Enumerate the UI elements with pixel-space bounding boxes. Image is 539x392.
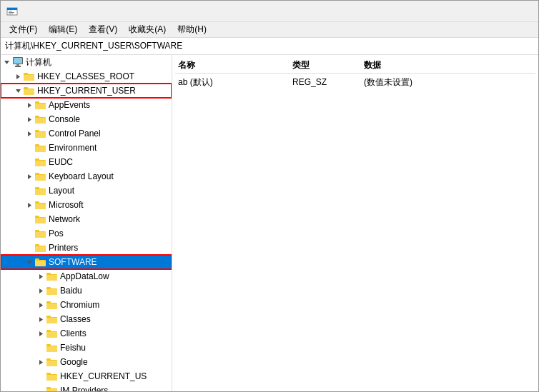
expander-control_panel[interactable] [24, 128, 35, 139]
tree-item-im_providers[interactable]: IM Providers [1, 383, 172, 391]
title-bar-controls [431, 3, 533, 20]
tree-item-hkey_current_user[interactable]: HKEY_CURRENT_USER [1, 84, 172, 98]
tree-item-google[interactable]: Google [1, 355, 172, 369]
tree-label-google: Google [60, 357, 88, 367]
expander-microsoft[interactable] [24, 199, 35, 211]
svg-rect-81 [46, 344, 51, 346]
expander-hkey_current_user[interactable] [12, 85, 24, 96]
svg-rect-49 [35, 218, 46, 223]
col-header-name: 名称 [178, 59, 292, 71]
tree-item-hkey_classes_root[interactable]: HKEY_CLASSES_ROOT [1, 69, 172, 84]
tree-label-microsoft: Microsoft [49, 200, 84, 210]
expander-apptvents[interactable] [24, 99, 35, 111]
tree-item-printers[interactable]: Printers [1, 241, 172, 255]
minimize-button[interactable] [431, 3, 464, 20]
tree-label-classes: Classes [60, 314, 91, 324]
svg-marker-14 [16, 89, 21, 93]
svg-rect-21 [35, 104, 46, 109]
expander-classes[interactable] [35, 313, 46, 325]
tree-label-control_panel: Control Panel [49, 129, 101, 139]
menu-item-f[interactable]: 文件(F) [4, 22, 43, 37]
svg-marker-56 [27, 261, 32, 264]
svg-rect-54 [35, 244, 39, 246]
menu-item-v[interactable]: 查看(V) [83, 22, 123, 37]
address-bar: 计算机\HKEY_CURRENT_USER\SOFTWARE [1, 38, 538, 55]
expander-console[interactable] [24, 114, 35, 125]
svg-rect-66 [46, 287, 51, 289]
detail-row[interactable]: ab (默认) REG_SZ (数值未设置) [175, 75, 535, 89]
tree-item-software[interactable]: SOFTWARE [1, 255, 172, 269]
detail-pane[interactable]: 名称 类型 数据 ab (默认) REG_SZ (数值未设置) [172, 55, 538, 391]
address-text: 计算机\HKEY_CURRENT_USER\SOFTWARE [5, 40, 182, 52]
tree-item-network[interactable]: Network [1, 212, 172, 226]
svg-rect-91 [46, 387, 51, 389]
svg-rect-59 [35, 261, 46, 266]
svg-marker-36 [28, 174, 31, 179]
tree-item-control_panel[interactable]: Control Panel [1, 126, 172, 141]
svg-marker-5 [4, 61, 9, 64]
tree-label-hkey_current_user: HKEY_CURRENT_USER [37, 86, 136, 96]
svg-rect-85 [46, 358, 51, 361]
tree-label-clients: Clients [60, 328, 86, 338]
expander-keyboard_layout[interactable] [24, 171, 35, 182]
svg-marker-83 [39, 360, 43, 365]
svg-rect-67 [46, 289, 57, 295]
svg-rect-78 [46, 330, 51, 332]
expander-chromium[interactable] [35, 299, 46, 311]
expander-baidu[interactable] [35, 285, 46, 296]
close-button[interactable] [500, 3, 533, 20]
svg-rect-16 [24, 87, 28, 89]
tree-label-hkey_classes_root: HKEY_CLASSES_ROOT [37, 71, 134, 81]
svg-rect-35 [35, 161, 46, 166]
tree-item-classes[interactable]: Classes [1, 312, 172, 326]
menu-bar: 文件(F)编辑(E)查看(V)收藏夹(A)帮助(H) [1, 22, 538, 38]
col-header-data: 数据 [364, 59, 533, 71]
svg-rect-55 [35, 246, 46, 252]
tree-item-computer[interactable]: 计算机 [1, 55, 172, 69]
tree-item-feishu[interactable]: Feishu [1, 341, 172, 355]
expander-computer[interactable] [1, 56, 12, 68]
svg-rect-51 [35, 230, 39, 232]
svg-marker-26 [28, 131, 31, 136]
tree-item-hkey_current_us[interactable]: HKEY_CURRENT_US [1, 369, 172, 383]
expander-clients[interactable] [35, 328, 46, 339]
tree-item-apptvents[interactable]: AppEvents [1, 98, 172, 112]
tree-item-console[interactable]: Console [1, 112, 172, 126]
tree-item-microsoft[interactable]: Microsoft [1, 198, 172, 212]
tree-label-environment: Environment [49, 143, 97, 153]
tree-item-chromium[interactable]: Chromium [1, 298, 172, 312]
tree-pane[interactable]: 计算机HKEY_CLASSES_ROOTHKEY_CURRENT_USERApp… [1, 55, 172, 391]
menu-item-e[interactable]: 编辑(E) [43, 22, 83, 37]
tree-item-eudc[interactable]: EUDC [1, 155, 172, 169]
svg-rect-12 [24, 73, 28, 75]
svg-rect-58 [35, 258, 39, 261]
svg-marker-72 [39, 317, 43, 322]
title-bar-left [6, 6, 22, 17]
tree-label-pos: Pos [49, 228, 64, 238]
maximize-button[interactable] [465, 3, 498, 20]
expander-hkey_classes_root[interactable] [12, 71, 24, 82]
tree-item-pos[interactable]: Pos [1, 226, 172, 241]
tree-label-appdatalow: AppDataLow [60, 271, 109, 281]
svg-rect-52 [35, 232, 46, 238]
svg-rect-48 [35, 216, 39, 218]
expander-software[interactable] [24, 256, 35, 268]
tree-item-clients[interactable]: Clients [1, 326, 172, 341]
tree-item-layout[interactable]: Layout [1, 184, 172, 198]
expander-appdatalow[interactable] [35, 271, 46, 282]
tree-item-keyboard_layout[interactable]: Keyboard Layout [1, 169, 172, 184]
tree-item-appdatalow[interactable]: AppDataLow [1, 269, 172, 283]
tree-item-environment[interactable]: Environment [1, 141, 172, 155]
svg-rect-9 [15, 66, 21, 67]
tree-item-baidu[interactable]: Baidu [1, 283, 172, 298]
tree-label-hkey_current_us: HKEY_CURRENT_US [60, 371, 147, 381]
tree-label-network: Network [49, 214, 80, 224]
tree-label-apptvents: AppEvents [49, 100, 90, 110]
tree-label-keyboard_layout: Keyboard Layout [49, 171, 114, 181]
menu-item-h[interactable]: 帮助(H) [172, 22, 212, 37]
detail-header: 名称 类型 数据 [175, 58, 535, 74]
expander-google[interactable] [35, 356, 46, 368]
menu-item-a[interactable]: 收藏夹(A) [123, 22, 172, 37]
reg-name: ab (默认) [178, 76, 292, 89]
tree-label-printers: Printers [49, 243, 78, 253]
